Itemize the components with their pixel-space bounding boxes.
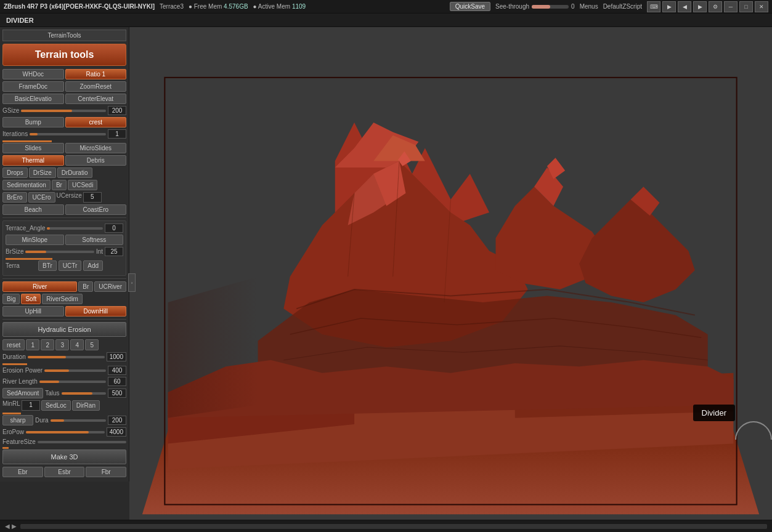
zoomreset-button[interactable]: ZoomReset [65,81,127,92]
sedimentation-button[interactable]: Sedimentation [2,180,51,190]
btr-button[interactable]: BTr [38,260,57,271]
minslope-button[interactable]: MinSlope [6,235,64,245]
eropow-value[interactable]: 4000 [107,427,126,437]
erosion-power-slider[interactable] [44,369,106,372]
eropow-row: EroPow 4000 [2,427,126,437]
br2-button[interactable]: Br [78,281,93,292]
thermal-button[interactable]: Thermal [2,155,64,166]
int-value[interactable]: 25 [105,247,123,256]
river-length-value[interactable]: 60 [108,377,126,386]
duration-label: Duration [2,353,26,360]
second-bar: DIVIDER [0,14,772,27]
sharp-button[interactable]: sharp [2,415,33,425]
brsize-slider[interactable] [25,251,94,253]
scene-name: Terrace3 [160,3,184,10]
fbr-button[interactable]: Fbr [86,467,126,477]
terrace-angle-slider[interactable] [47,227,103,230]
ucriver-button[interactable]: UCRiver [94,281,126,292]
duration-slider[interactable] [28,356,105,358]
coastero-button[interactable]: CoastEro [65,204,127,215]
sedamount-button[interactable]: SedAmount [2,388,43,398]
ucsedi-button[interactable]: UCSedi [68,180,97,190]
framedoc-button[interactable]: FrameDoc [2,81,64,92]
icon-prev[interactable]: ◀ [678,1,691,12]
erosion-power-value[interactable]: 400 [108,366,126,375]
downhill-button[interactable]: DownHill [65,306,127,316]
quicksave-button[interactable]: QuickSave [450,2,490,11]
add-button[interactable]: Add [83,260,103,271]
talus-slider[interactable] [62,392,106,395]
softness-button[interactable]: Softness [65,235,124,245]
esbr-button[interactable]: Esbr [44,467,85,477]
free-mem: ● Free Mem 4.576GB [189,3,248,10]
dura-label: Dura [35,417,49,424]
num4-button[interactable]: 4 [70,339,84,350]
see-through-control[interactable]: See-through 0 [495,3,575,10]
centerelevat-button[interactable]: CenterElevat [65,94,127,104]
basicelevation-button[interactable]: BasicElevatio [2,94,64,104]
dura-value[interactable]: 200 [108,416,126,425]
reset-button[interactable]: reset [2,339,25,350]
viewport[interactable]: Divider [129,27,772,520]
icon-close[interactable]: ✕ [755,1,768,12]
bottom-left-arrows: ◀ ▶ [5,523,17,530]
duration-value[interactable]: 1000 [107,352,126,361]
br-button[interactable]: Br [52,180,67,190]
top-bar-icons: ⌨ ▶ ◀ ▶ ⚙ ─ □ ✕ [647,1,768,12]
beach-button[interactable]: Beach [2,204,64,215]
icon-settings[interactable]: ⚙ [709,1,722,12]
icon-keyboard[interactable]: ⌨ [647,1,660,12]
icon-minimize[interactable]: ─ [724,1,737,12]
microslides-button[interactable]: MicroSlides [65,143,127,153]
iterations-slider[interactable] [30,133,106,135]
eropow-slider[interactable] [26,431,105,433]
slides-button[interactable]: Slides [2,143,64,153]
num1-button[interactable]: 1 [26,339,39,350]
crest-button[interactable]: crest [65,117,127,127]
collapse-panel-button[interactable]: › [128,273,136,292]
num5-button[interactable]: 5 [85,339,99,350]
bump-row: Bump crest [2,117,126,127]
num2-button[interactable]: 2 [41,339,54,350]
soft-button[interactable]: Soft [21,294,41,304]
brero-button[interactable]: BrEro [2,192,27,203]
drsize-button[interactable]: DrSize [29,167,56,178]
drduratio-button[interactable]: DrDuratio [57,167,92,178]
dirran-button[interactable]: DirRan [72,400,100,411]
big-button[interactable]: Big [2,294,20,304]
terrace-angle-label: Terrace_Angle [6,225,45,232]
ratio1-button[interactable]: Ratio 1 [65,69,127,79]
sedloc-button[interactable]: SedLoc [41,400,71,411]
ebr-row: Ebr Esbr Fbr [2,467,126,477]
gsize-value[interactable]: 200 [108,106,126,115]
uctr-button[interactable]: UCTr [59,260,82,271]
gsize-slider[interactable] [21,110,106,112]
ucero-button[interactable]: UCEro [28,192,55,203]
river-length-slider[interactable] [39,381,106,383]
terrace-angle-value[interactable]: 0 [105,224,123,233]
featuresize-slider[interactable] [38,441,126,443]
uphill-button[interactable]: UpHill [2,306,64,316]
whdoc-button[interactable]: WHDoc [2,69,64,79]
iterations-value[interactable]: 1 [108,129,126,139]
slides-row: Slides MicroSlides [2,143,126,153]
river-button[interactable]: River [2,281,77,292]
see-through-slider[interactable] [532,5,569,9]
talus-value[interactable]: 500 [108,389,126,398]
drops-button[interactable]: Drops [2,167,28,178]
icon-next[interactable]: ▶ [693,1,707,12]
debris-button[interactable]: Debris [65,155,127,166]
num3-button[interactable]: 3 [55,339,69,350]
ebr-button[interactable]: Ebr [2,467,43,477]
active-mem: ● Active Mem 1109 [253,3,306,10]
hydraulic-erosion-button[interactable]: Hydraulic Erosion [2,322,126,337]
riversedim-button[interactable]: RiverSedim [42,294,83,304]
gsize-label: GSize [2,107,19,114]
icon-maximize[interactable]: □ [739,1,753,12]
icon-script[interactable]: ▶ [662,1,676,12]
bump-button[interactable]: Bump [2,117,64,127]
make3d-button[interactable]: Make 3D [2,449,126,464]
ucersize-value[interactable]: 5 [83,192,102,203]
minrl-value[interactable]: 1 [22,400,40,411]
dura-slider[interactable] [51,419,106,422]
